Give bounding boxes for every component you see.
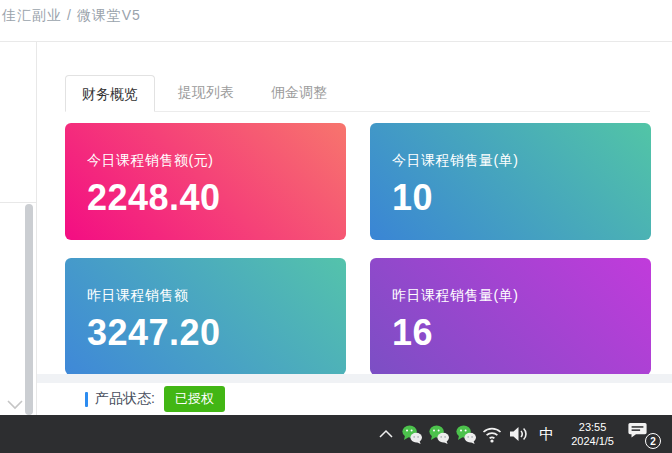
clock-date: 2024/1/5 xyxy=(571,434,614,448)
tab-finance-overview[interactable]: 财务概览 xyxy=(65,75,155,112)
left-strip xyxy=(0,42,37,415)
stat-card-today-sales-amount: 今日课程销售额(元) 2248.40 xyxy=(65,123,346,240)
taskbar: 中 23:55 2024/1/5 2 xyxy=(0,415,672,453)
stat-card-value: 2248.40 xyxy=(87,177,336,219)
notification-badge: 2 xyxy=(645,433,661,449)
status-accent-bar xyxy=(85,392,88,407)
ime-indicator[interactable]: 中 xyxy=(532,415,561,453)
stat-card-value: 10 xyxy=(392,177,641,219)
screen: 佳汇副业 / 微课堂V5 财务概览 提现列表 佣金调整 今日课程销售额(元) 2… xyxy=(0,0,672,453)
section-separator xyxy=(37,374,672,383)
vertical-scrollbar-thumb[interactable] xyxy=(25,204,33,415)
stat-card-label: 今日课程销售量(单) xyxy=(392,152,641,170)
stat-card-today-sales-count: 今日课程销售量(单) 10 xyxy=(370,123,651,240)
notification-icon[interactable]: 2 xyxy=(628,420,660,448)
status-label: 产品状态: xyxy=(95,390,155,408)
volume-icon[interactable] xyxy=(505,415,532,453)
stat-card-label: 昨日课程销售额 xyxy=(87,287,336,305)
status-badge: 已授权 xyxy=(164,386,225,412)
stat-card-yesterday-sales-count: 昨日课程销售量(单) 16 xyxy=(370,258,651,375)
stat-card-label: 昨日课程销售量(单) xyxy=(392,287,641,305)
wechat-icon[interactable] xyxy=(425,415,452,453)
stat-cards-grid: 今日课程销售额(元) 2248.40 今日课程销售量(单) 10 昨日课程销售额… xyxy=(65,123,651,375)
wechat-icon[interactable] xyxy=(452,415,479,453)
tab-commission-adjust[interactable]: 佣金调整 xyxy=(257,74,341,111)
clock-time: 23:55 xyxy=(571,420,614,434)
left-strip-divider xyxy=(0,202,36,203)
stat-card-value: 3247.20 xyxy=(87,312,336,354)
product-status-panel: 产品状态: 已授权 xyxy=(37,383,672,415)
main-content: 财务概览 提现列表 佣金调整 今日课程销售额(元) 2248.40 今日课程销售… xyxy=(37,42,672,415)
tab-bar: 财务概览 提现列表 佣金调整 xyxy=(65,74,650,112)
stat-card-label: 今日课程销售额(元) xyxy=(87,152,336,170)
wechat-icon[interactable] xyxy=(398,415,425,453)
wifi-icon[interactable] xyxy=(479,415,505,453)
chevron-down-icon[interactable] xyxy=(5,397,25,411)
tab-withdraw-list[interactable]: 提现列表 xyxy=(164,74,248,111)
stat-card-yesterday-sales-amount: 昨日课程销售额 3247.20 xyxy=(65,258,346,375)
stat-card-value: 16 xyxy=(392,312,641,354)
clock[interactable]: 23:55 2024/1/5 xyxy=(561,415,624,453)
topbar: 佳汇副业 / 微课堂V5 xyxy=(0,0,672,42)
tray-chevron-up-icon[interactable] xyxy=(374,415,398,453)
breadcrumb[interactable]: 佳汇副业 / 微课堂V5 xyxy=(2,7,141,25)
